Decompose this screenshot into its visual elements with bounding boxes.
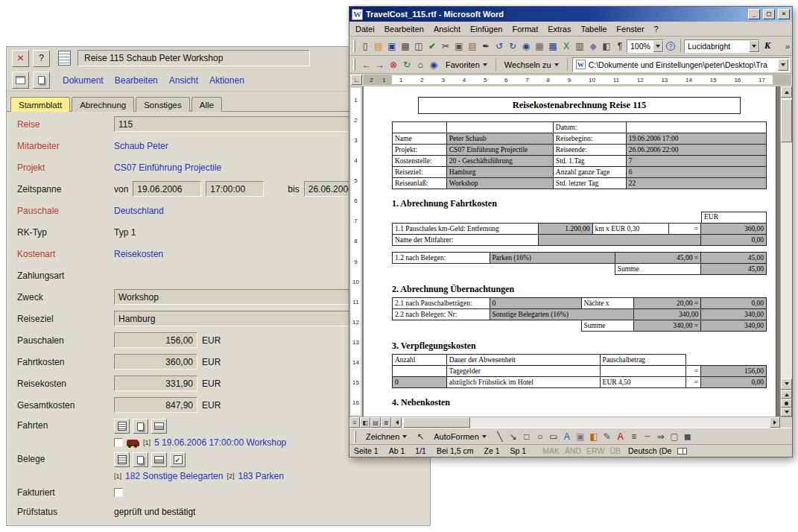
menu-item-format[interactable]: Format [512,25,538,34]
menu-item-item[interactable]: ? [654,25,659,34]
maximize-button[interactable]: □ [763,9,775,19]
refresh-button[interactable]: ↻ [400,57,414,72]
kostenart-link[interactable]: Reisekosten [114,249,163,259]
select-pointer-button[interactable]: ↖ [414,429,427,443]
select-browse-object-button[interactable] [781,399,792,408]
mitarbeiter-link[interactable]: Schaub Peter [114,141,168,151]
reiseziel-input[interactable]: Hamburg [114,311,367,326]
address-dropdown-button[interactable] [778,59,788,71]
clipart-button[interactable]: ▣ [574,429,587,443]
menu-item-ansicht[interactable]: Ansicht [434,25,460,34]
textbox-button[interactable]: ▭ [547,429,560,443]
vertical-scrollbar[interactable] [780,86,792,417]
show-paragraph-button[interactable]: ¶ [613,39,627,53]
insert-excel-button[interactable]: X [560,39,573,53]
zoom-dropdown-button[interactable] [653,40,663,52]
menu-item-fenster[interactable]: Fenster [616,25,644,34]
scrollbar-thumb[interactable] [781,99,792,142]
fahrten-copy-button[interactable] [133,419,148,434]
belege-list-button[interactable] [114,452,130,467]
date-from-input[interactable]: 19.06.2006 [133,181,201,197]
paste-button[interactable]: ▤ [466,39,479,53]
menu-item-dokument[interactable]: Dokument [63,75,104,86]
normal-view-button[interactable]: ≡ [349,417,360,428]
outline-view-button[interactable]: ≣ [381,417,391,428]
menu-item-tabelle[interactable]: Tabelle [580,25,607,34]
copy-document-button[interactable] [33,72,50,89]
rectangle-button[interactable]: □ [520,429,533,443]
toolbar-grip[interactable] [353,40,355,52]
help-button[interactable]: ? [33,50,50,67]
shadow-button[interactable]: ▢ [668,429,681,443]
scroll-left-button[interactable] [391,417,402,428]
search-button[interactable]: ◉ [427,57,440,72]
drawing-button[interactable]: ◆ [586,39,600,53]
forward-button[interactable]: → [373,57,387,72]
print-button[interactable]: ▦ [399,39,412,53]
back-button[interactable]: ← [360,57,373,72]
tab-selector[interactable]: ∟ [351,75,362,85]
document-page[interactable]: Reisekostenabrechnung Reise 115 Datum:Na… [364,86,776,417]
columns-button[interactable]: ▥ [573,39,586,53]
scroll-right-button[interactable] [770,417,780,428]
fill-color-button[interactable]: ◧ [587,429,601,443]
font-color-button[interactable]: A [614,429,627,443]
pauschalen-input[interactable]: 156,00 [114,332,197,348]
zweck-input[interactable]: Workshop [114,289,367,305]
belege-copy-button[interactable] [133,452,148,467]
zoom-select[interactable]: 100% [627,39,664,53]
next-page-button[interactable] [781,408,792,417]
spelling-button[interactable]: ✔ [425,39,439,53]
gesamtkosten-input[interactable]: 847,90 [114,397,197,413]
document-area[interactable]: Reisekostenabrechnung Reise 115 Datum:Na… [362,86,780,417]
toolbar-grip[interactable] [353,59,355,71]
beleg-link-1[interactable]: 182 Sonstige Belegarten [125,471,223,481]
scrollbar-thumb[interactable] [403,417,470,428]
open-button[interactable]: ▤ [372,39,385,53]
scroll-up-button[interactable] [781,86,792,98]
fahrtkosten-input[interactable]: 360,00 [114,354,197,370]
line-style-button[interactable]: ≡ [627,429,641,443]
vertical-scroll-track[interactable] [781,98,792,379]
line-button[interactable]: ╲ [493,429,507,443]
menu-item-einfügen[interactable]: Einfügen [470,25,502,34]
time-from-input[interactable]: 17:00:00 [206,181,264,197]
help-button[interactable]: ? [664,39,677,53]
undo-button[interactable]: ↺ [493,39,506,53]
tab-stammblatt[interactable]: Stammblatt [10,97,70,112]
cut-button[interactable]: ✂ [439,39,452,53]
tab-sonstiges[interactable]: Sonstiges [136,97,190,112]
fakturiert-checkbox[interactable] [114,488,123,497]
minimize-button[interactable]: _ [748,9,760,19]
menu-item-extras[interactable]: Extras [548,25,571,34]
belege-check-button[interactable]: ✔ [170,452,186,467]
word-titlebar[interactable]: W TravelCost_115.rtf - Microsoft Word _ … [349,7,792,22]
autoformen-button[interactable]: AutoFormen [429,431,491,442]
toolbar-grip[interactable] [354,431,356,443]
fahrt-link[interactable]: 5 19.06.2006 17:00:00 Workshop [154,437,286,448]
horizontal-scrollbar[interactable]: ≡◧▤≣ [349,417,792,428]
insert-table-button[interactable]: ▦ [546,39,560,53]
arrow-button[interactable]: ↘ [507,429,520,443]
menu-item-datei[interactable]: Datei [355,25,375,34]
beleg-link-2[interactable]: 183 Parken [238,471,283,481]
web-layout-view-button[interactable]: ◧ [360,417,370,428]
oval-button[interactable]: ○ [533,429,547,443]
wechseln-zu-button[interactable]: Wechseln zu [501,57,563,72]
threed-button[interactable]: ◼ [681,429,694,443]
document-map-button[interactable]: ◧ [600,39,613,53]
toolbar-overflow-button[interactable]: » [785,42,790,51]
home-button[interactable]: ⌂ [414,57,427,72]
vertical-ruler[interactable]: 12345678910111213141516 [349,86,362,417]
insert-hyperlink-button[interactable]: ◉ [519,39,533,53]
format-painter-button[interactable]: ✒ [479,39,493,53]
pauschale-link[interactable]: Deutschland [114,206,164,216]
menu-item-bearbeiten[interactable]: Bearbeiten [384,25,424,34]
reise-input[interactable]: 115 [114,116,382,132]
dash-style-button[interactable]: ┄ [641,429,654,443]
font-select[interactable]: Lucidabright [684,39,760,53]
belege-print-button[interactable] [151,452,167,467]
line-color-button[interactable]: ✎ [601,429,614,443]
stop-button[interactable]: ⊗ [387,57,400,72]
copy-button[interactable]: ▣ [452,39,466,53]
